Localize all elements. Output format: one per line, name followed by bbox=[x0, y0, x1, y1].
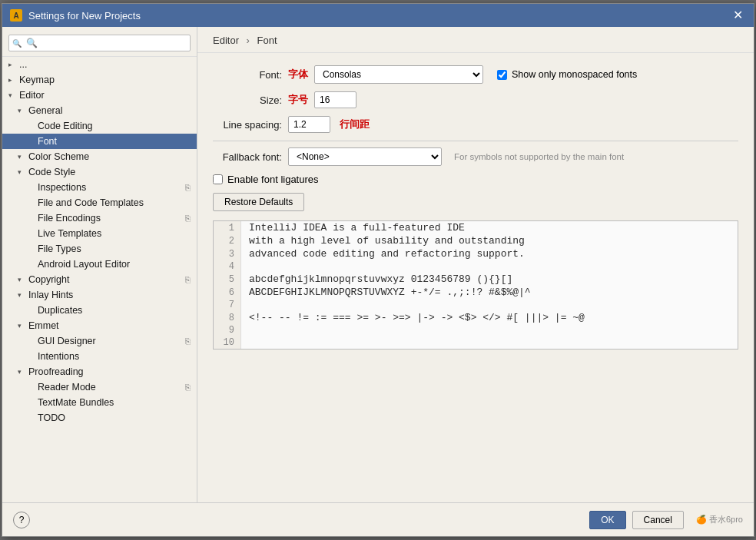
sidebar-item-android-layout-editor[interactable]: Android Layout Editor bbox=[2, 257, 197, 272]
sidebar-item-color-scheme[interactable]: ▾Color Scheme bbox=[2, 149, 197, 164]
help-button[interactable]: ? bbox=[13, 512, 30, 528]
breadcrumb-separator: › bbox=[247, 35, 250, 46]
cancel-button[interactable]: Cancel bbox=[632, 511, 684, 529]
sidebar-item-proofreading[interactable]: ▾Proofreading bbox=[2, 364, 197, 379]
preview-line: 1IntelliJ IDEA is a full-featured IDE bbox=[214, 221, 738, 234]
preview-line: 10 bbox=[214, 336, 738, 349]
sidebar-item-inlay-hints[interactable]: ▾Inlay Hints bbox=[2, 287, 197, 303]
font-select[interactable]: ConsolasCourier NewDejaVu Sans MonoFira … bbox=[314, 65, 483, 84]
sidebar-item-file-encodings[interactable]: File Encodings⎘ bbox=[2, 210, 197, 226]
expand-arrow-inlay-hints: ▾ bbox=[18, 291, 25, 299]
sidebar-item-label-inlay-hints: Inlay Hints bbox=[28, 290, 73, 300]
sidebar-item-label-inspections: Inspections bbox=[38, 182, 86, 193]
size-input[interactable] bbox=[314, 91, 356, 108]
fallback-font-hint: For symbols not supported by the main fo… bbox=[454, 152, 624, 161]
title-bar-left: A Settings for New Projects bbox=[10, 9, 141, 22]
line-code bbox=[241, 260, 738, 273]
expand-arrow-general: ▾ bbox=[18, 107, 25, 114]
line-number: 6 bbox=[214, 286, 241, 299]
sidebar-item-label-code-editing: Code Editing bbox=[38, 121, 93, 131]
sidebar-item-duplicates[interactable]: Duplicates bbox=[2, 303, 197, 318]
expand-arrow-code-style: ▾ bbox=[18, 168, 25, 176]
expand-arrow-proofreading: ▾ bbox=[18, 368, 25, 376]
enable-ligatures-label[interactable]: Enable font ligatures bbox=[227, 174, 319, 185]
font-label-red: 字体 bbox=[288, 68, 308, 81]
expand-arrow-copyright: ▾ bbox=[18, 276, 25, 283]
search-box bbox=[2, 30, 197, 57]
sidebar-item-keymap[interactable]: ▸Keymap bbox=[2, 72, 197, 88]
sidebar-item-label-dotdot: ... bbox=[19, 59, 27, 70]
title-bar: A Settings for New Projects ✕ bbox=[2, 4, 754, 27]
sidebar-item-reader-mode[interactable]: Reader Mode⎘ bbox=[2, 379, 197, 395]
line-code: IntelliJ IDEA is a full-featured IDE bbox=[241, 221, 738, 234]
line-spacing-input[interactable] bbox=[288, 116, 330, 133]
line-spacing-label: Line spacing: bbox=[213, 119, 282, 131]
sidebar-item-label-copyright: Copyright bbox=[28, 274, 70, 285]
sidebar-item-general[interactable]: ▾General bbox=[2, 103, 197, 118]
sidebar-item-code-style[interactable]: ▾Code Style bbox=[2, 164, 197, 180]
expand-arrow-editor: ▾ bbox=[8, 91, 16, 99]
sidebar-item-label-live-templates: Live Templates bbox=[38, 228, 101, 239]
line-code: with a high level of usability and outst… bbox=[241, 234, 738, 247]
preview-line: 8<!-- -- != := === >= >- >=> |-> -> <$> … bbox=[214, 311, 738, 324]
sidebar-item-label-general: General bbox=[28, 105, 62, 116]
line-number: 2 bbox=[214, 234, 241, 247]
sidebar-item-code-editing[interactable]: Code Editing bbox=[2, 118, 197, 134]
preview-line: 4 bbox=[214, 260, 738, 273]
size-row: Size: 字号 bbox=[213, 91, 738, 108]
font-label: Font: bbox=[213, 69, 282, 81]
app-icon: A bbox=[10, 9, 22, 22]
footer-right: OK Cancel 🍊 香水6pro bbox=[589, 511, 743, 529]
sidebar-item-label-reader-mode: Reader Mode bbox=[38, 382, 96, 393]
sidebar-item-live-templates[interactable]: Live Templates bbox=[2, 226, 197, 241]
search-input[interactable] bbox=[8, 35, 191, 51]
sidebar-item-file-code-templates[interactable]: File and Code Templates bbox=[2, 195, 197, 210]
preview-area: 1IntelliJ IDEA is a full-featured IDE2wi… bbox=[213, 220, 738, 350]
watermark: 🍊 香水6pro bbox=[696, 514, 743, 525]
preview-line: 2with a high level of usability and outs… bbox=[214, 234, 738, 247]
sidebar-item-label-intentions: Intentions bbox=[38, 351, 79, 362]
sidebar-item-file-types[interactable]: File Types bbox=[2, 241, 197, 257]
sidebar-item-label-file-code-templates: File and Code Templates bbox=[38, 197, 144, 208]
line-number: 4 bbox=[214, 260, 241, 273]
sidebar-item-label-editor: Editor bbox=[19, 90, 45, 101]
sidebar-item-copyright[interactable]: ▾Copyright⎘ bbox=[2, 272, 197, 287]
monospaced-checkbox-row: Show only monospaced fonts bbox=[497, 69, 637, 80]
sidebar-item-label-color-scheme: Color Scheme bbox=[28, 151, 89, 162]
sidebar-badge-inspections: ⎘ bbox=[185, 183, 191, 192]
sidebar-item-dotdot[interactable]: ▸... bbox=[2, 57, 197, 72]
ok-button[interactable]: OK bbox=[589, 511, 625, 529]
sidebar-item-todo[interactable]: TODO bbox=[2, 410, 197, 426]
restore-defaults-button[interactable]: Restore Defaults bbox=[213, 193, 304, 211]
close-button[interactable]: ✕ bbox=[730, 9, 746, 22]
enable-ligatures-checkbox[interactable] bbox=[213, 174, 223, 184]
preview-line: 9 bbox=[214, 324, 738, 336]
size-label-red: 字号 bbox=[288, 93, 308, 107]
show-monospaced-label[interactable]: Show only monospaced fonts bbox=[512, 69, 637, 80]
line-number: 8 bbox=[214, 311, 241, 324]
sidebar-item-font[interactable]: Font bbox=[2, 134, 197, 149]
line-spacing-row: Line spacing: 行间距 bbox=[213, 116, 738, 133]
fallback-font-select[interactable]: <None>ArialTimes New Roman bbox=[288, 147, 442, 166]
show-monospaced-checkbox[interactable] bbox=[497, 70, 507, 80]
breadcrumb-current: Font bbox=[257, 35, 277, 46]
sidebar-item-inspections[interactable]: Inspections⎘ bbox=[2, 180, 197, 195]
sidebar-item-label-proofreading: Proofreading bbox=[28, 366, 84, 377]
dialog-body: ▸...▸Keymap▾Editor▾GeneralCode EditingFo… bbox=[2, 27, 754, 502]
preview-line: 5abcdefghijklmnopqrstuvwxyz 0123456789 (… bbox=[214, 273, 738, 286]
settings-dialog: A Settings for New Projects ✕ ▸...▸Keyma… bbox=[2, 3, 754, 537]
ligatures-row: Enable font ligatures bbox=[213, 174, 738, 185]
line-code: <!-- -- != := === >= >- >=> |-> -> <$> <… bbox=[241, 311, 738, 324]
line-number: 1 bbox=[214, 221, 241, 234]
sidebar-item-gui-designer[interactable]: GUI Designer⎘ bbox=[2, 333, 197, 349]
sidebar-item-emmet[interactable]: ▾Emmet bbox=[2, 318, 197, 333]
dialog-footer: ? OK Cancel 🍊 香水6pro bbox=[2, 502, 754, 536]
divider-1 bbox=[213, 141, 738, 141]
sidebar-item-intentions[interactable]: Intentions bbox=[2, 349, 197, 364]
sidebar-item-editor[interactable]: ▾Editor bbox=[2, 88, 197, 103]
sidebar-item-label-font: Font bbox=[38, 136, 57, 147]
preview-line: 6ABCDEFGHIJKLMNOPQRSTUVWXYZ +-*/= .,;:!?… bbox=[214, 286, 738, 299]
sidebar-badge-file-encodings: ⎘ bbox=[185, 214, 191, 223]
fallback-font-label: Fallback font: bbox=[213, 151, 282, 163]
sidebar-item-textmate-bundles[interactable]: TextMate Bundles bbox=[2, 395, 197, 410]
